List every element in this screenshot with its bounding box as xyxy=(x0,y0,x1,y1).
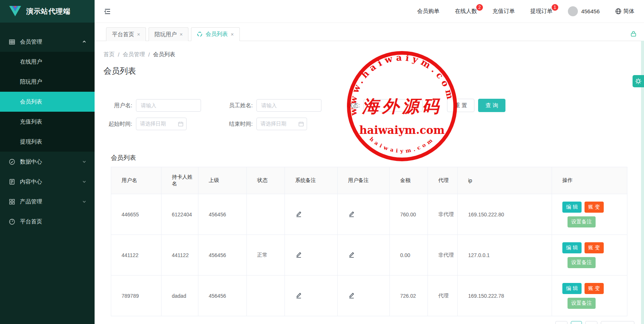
page-size-select[interactable] xyxy=(601,321,634,324)
app-logo: 演示站代理端 xyxy=(0,0,95,23)
close-icon[interactable]: × xyxy=(231,31,234,37)
cell-actions: 编 辑账 变设置备注 xyxy=(552,194,627,235)
vue-logo-icon xyxy=(9,6,21,17)
filter-form: 用户名: 员工姓名: 状态: 重 置 查 询 起始时间: 请选择日期 xyxy=(103,99,626,131)
cell-status xyxy=(247,276,285,316)
account-change-button[interactable]: 账 变 xyxy=(585,202,604,213)
table-body: 4466556122404456456760.00非代理169.150.222.… xyxy=(111,194,627,316)
username-input[interactable] xyxy=(136,99,201,112)
cell-actions: 编 辑账 变设置备注 xyxy=(552,235,627,276)
calendar-icon xyxy=(178,121,183,126)
edit-button[interactable]: 编 辑 xyxy=(562,283,582,294)
sidebar-item-content-center[interactable]: 内容中心 xyxy=(0,172,95,192)
nav-label: 会员购单 xyxy=(417,8,439,14)
pagination: ‹1› xyxy=(118,321,634,324)
set-remark-button[interactable]: 设置备注 xyxy=(568,298,596,309)
next-page-button[interactable]: › xyxy=(585,321,597,324)
end-date-picker[interactable]: 请选择日期 xyxy=(256,118,307,130)
tab-member-list[interactable]: 会员列表× xyxy=(191,27,239,41)
sidebar-item-recharge-list[interactable]: 充值列表 xyxy=(0,112,95,132)
set-remark-button[interactable]: 设置备注 xyxy=(568,216,596,227)
header-right: 会员购单在线人数2充值订单提现订单1 456456 简体 xyxy=(417,6,634,16)
tab-platform-home[interactable]: 平台首页× xyxy=(106,27,146,41)
edit-remark-icon[interactable] xyxy=(348,292,355,299)
column-header: ip xyxy=(458,167,552,194)
nav-member-orders[interactable]: 会员购单 xyxy=(417,8,439,15)
edit-remark-icon[interactable] xyxy=(295,251,302,258)
nav-withdraw-orders[interactable]: 提现订单1 xyxy=(530,8,552,15)
edit-remark-icon[interactable] xyxy=(295,210,302,217)
cell-system-remark xyxy=(285,235,338,276)
section-title: 会员列表 xyxy=(111,153,626,162)
sidebar-item-companion-users[interactable]: 陪玩用户 xyxy=(0,72,95,92)
language-switcher[interactable]: 简体 xyxy=(615,8,634,15)
sidebar-item-platform-home[interactable]: 平台首页 xyxy=(0,212,95,232)
sidebar-collapse-icon[interactable] xyxy=(103,7,112,16)
nav-label: 在线人数 xyxy=(455,8,477,14)
filter-row-2: 起始时间: 请选择日期 结束时间: 请选择日期 xyxy=(103,117,626,131)
reset-button[interactable]: 重 置 xyxy=(447,99,474,112)
edit-remark-icon[interactable] xyxy=(348,251,355,258)
cell-status: 正常 xyxy=(247,235,285,276)
column-header: 代理 xyxy=(428,167,458,194)
sidebar-item-label: 产品管理 xyxy=(20,198,77,205)
account-change-button[interactable]: 账 变 xyxy=(585,283,604,294)
table-row: 441122441122456456正常0.00非代理127.0.0.1编 辑账… xyxy=(111,235,627,276)
prev-page-button[interactable]: ‹ xyxy=(555,321,568,324)
column-header: 状态 xyxy=(247,167,285,194)
nav-recharge-orders[interactable]: 充值订单 xyxy=(493,8,515,15)
chevron-up-icon xyxy=(82,40,86,44)
page-number[interactable]: 1 xyxy=(571,321,582,324)
edit-remark-icon[interactable] xyxy=(348,210,355,217)
nav-label: 提现订单 xyxy=(530,8,552,14)
staff-name-input[interactable] xyxy=(256,99,321,112)
lock-icon[interactable] xyxy=(630,31,637,37)
nav-online-count[interactable]: 在线人数2 xyxy=(455,8,477,15)
close-icon[interactable]: × xyxy=(137,31,140,37)
sidebar-item-products[interactable]: 产品管理 xyxy=(0,192,95,212)
edit-button[interactable]: 编 辑 xyxy=(562,242,582,253)
document-icon xyxy=(9,179,15,185)
language-label: 简体 xyxy=(623,8,634,15)
table-header-row: 用户名持卡人姓名上级状态系统备注用户备注金额代理ip操作 xyxy=(111,167,627,194)
close-icon[interactable]: × xyxy=(180,31,183,37)
status-select[interactable] xyxy=(364,99,423,112)
account-change-button[interactable]: 账 变 xyxy=(585,242,604,253)
calendar-icon xyxy=(299,121,304,126)
sidebar-item-online-users[interactable]: 在线用户 xyxy=(0,52,95,72)
tab-label: 会员列表 xyxy=(205,31,228,38)
breadcrumb-item[interactable]: 首页 xyxy=(103,51,115,58)
breadcrumb-item[interactable]: 会员管理 xyxy=(123,51,145,58)
start-date-placeholder: 请选择日期 xyxy=(140,121,176,127)
globe-icon xyxy=(615,8,621,14)
query-button[interactable]: 查 询 xyxy=(478,99,505,112)
cell-ip: 127.0.0.1 xyxy=(458,235,552,276)
table-row: 4466556122404456456760.00非代理169.150.222.… xyxy=(111,194,627,235)
cell-amount: 760.00 xyxy=(390,194,428,235)
edit-button[interactable]: 编 辑 xyxy=(562,202,582,213)
dashboard-icon xyxy=(9,219,15,225)
sidebar-item-member-list[interactable]: 会员列表 xyxy=(0,92,95,112)
sidebar-menu: 会员管理在线用户陪玩用户会员列表充值列表提现列表数据中心内容中心产品管理平台首页 xyxy=(0,23,95,232)
settings-gear-button[interactable] xyxy=(633,75,644,87)
start-date-picker[interactable]: 请选择日期 xyxy=(136,118,187,130)
column-header: 用户备注 xyxy=(338,167,390,194)
sidebar-item-data-center[interactable]: 数据中心 xyxy=(0,152,95,172)
edit-remark-icon[interactable] xyxy=(295,292,302,299)
cell-status xyxy=(247,194,285,235)
tab-companion-users[interactable]: 陪玩用户× xyxy=(149,27,188,41)
refresh-icon[interactable] xyxy=(197,31,202,37)
sidebar-item-withdraw-list[interactable]: 提现列表 xyxy=(0,132,95,152)
set-remark-button[interactable]: 设置备注 xyxy=(568,257,596,268)
app-title: 演示站代理端 xyxy=(26,7,71,16)
app-window: 演示站代理端 会员管理在线用户陪玩用户会员列表充值列表提现列表数据中心内容中心产… xyxy=(0,0,644,324)
tabs: 平台首页×陪玩用户×会员列表× xyxy=(106,27,242,41)
cell-username: 441122 xyxy=(111,235,161,276)
user-menu[interactable]: 456456 xyxy=(568,6,600,16)
sidebar-item-label: 会员管理 xyxy=(20,38,77,45)
cell-agent: 代理 xyxy=(428,276,458,316)
cell-username: 789789 xyxy=(111,276,161,316)
sidebar-item-members[interactable]: 会员管理 xyxy=(0,32,95,52)
member-table: 用户名持卡人姓名上级状态系统备注用户备注金额代理ip操作 44665561224… xyxy=(111,167,627,316)
sidebar: 演示站代理端 会员管理在线用户陪玩用户会员列表充值列表提现列表数据中心内容中心产… xyxy=(0,0,95,324)
